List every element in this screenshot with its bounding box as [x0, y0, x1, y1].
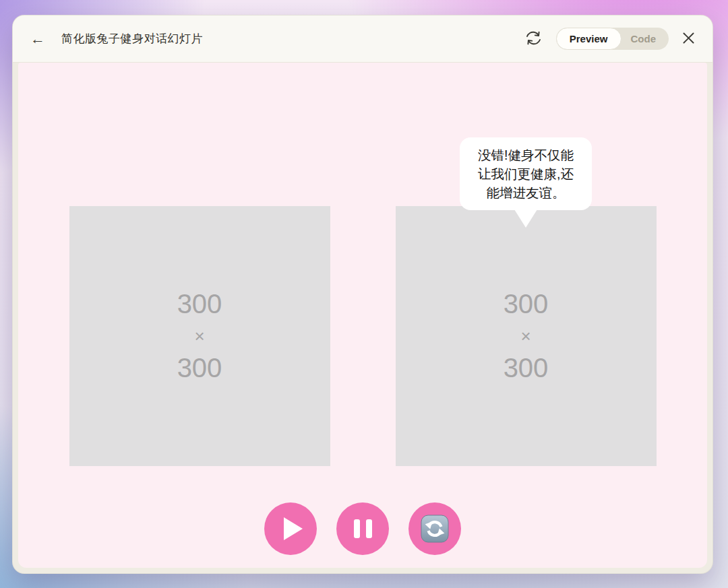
placeholder-text: 300: [504, 350, 549, 386]
tab-code[interactable]: Code: [621, 33, 669, 44]
back-arrow-icon: ←: [30, 32, 45, 46]
speech-bubble-line: 能增进友谊。: [464, 183, 588, 202]
play-button[interactable]: [264, 502, 317, 555]
placeholder-image-right: 300 × 300: [396, 206, 657, 466]
speech-bubble-line: 没错!健身不仅能: [464, 145, 588, 164]
speech-bubble-tail: [514, 209, 537, 228]
images-row: 300 × 300 没错!健身不仅能 让我们更健康,还 能增进友谊。 300 ×: [18, 206, 707, 466]
placeholder-times-glyph: ×: [520, 322, 530, 350]
preview-code-toggle: Preview Code: [556, 28, 669, 50]
desktop-background: ← 简化版兔子健身对话幻灯片 Preview: [0, 0, 728, 588]
play-icon: [284, 517, 303, 540]
placeholder-image-left: 300 × 300: [69, 206, 330, 466]
close-button[interactable]: [679, 29, 698, 49]
restart-arrows-emoji-icon: [420, 514, 450, 544]
placeholder-times-glyph: ×: [194, 322, 204, 350]
refresh-button[interactable]: [522, 27, 545, 51]
artifact-window: ← 简化版兔子健身对话幻灯片 Preview: [12, 15, 713, 574]
tab-preview[interactable]: Preview: [556, 28, 621, 50]
slideshow-canvas: 300 × 300 没错!健身不仅能 让我们更健康,还 能增进友谊。 300 ×: [18, 63, 707, 568]
sync-arrows-icon: [524, 30, 543, 48]
speech-bubble-line: 让我们更健康,还: [464, 164, 588, 183]
placeholder-text: 300: [177, 286, 222, 322]
pause-icon: [354, 519, 372, 538]
left-character-slot: 300 × 300: [69, 206, 330, 466]
playback-controls: [18, 502, 707, 555]
artifact-header: ← 简化版兔子健身对话幻灯片 Preview: [13, 15, 712, 63]
header-right: Preview Code: [522, 27, 698, 51]
placeholder-text: 300: [177, 350, 222, 386]
artifact-title: 简化版兔子健身对话幻灯片: [61, 31, 203, 46]
pause-button[interactable]: [336, 502, 389, 555]
header-left: ← 简化版兔子健身对话幻灯片: [28, 29, 203, 49]
placeholder-text: 300: [504, 286, 549, 322]
restart-button[interactable]: [408, 502, 461, 555]
right-character-slot: 没错!健身不仅能 让我们更健康,还 能增进友谊。 300 × 300: [396, 206, 657, 466]
close-icon: [682, 32, 695, 46]
speech-bubble: 没错!健身不仅能 让我们更健康,还 能增进友谊。: [460, 137, 592, 210]
back-button[interactable]: ←: [28, 29, 48, 49]
